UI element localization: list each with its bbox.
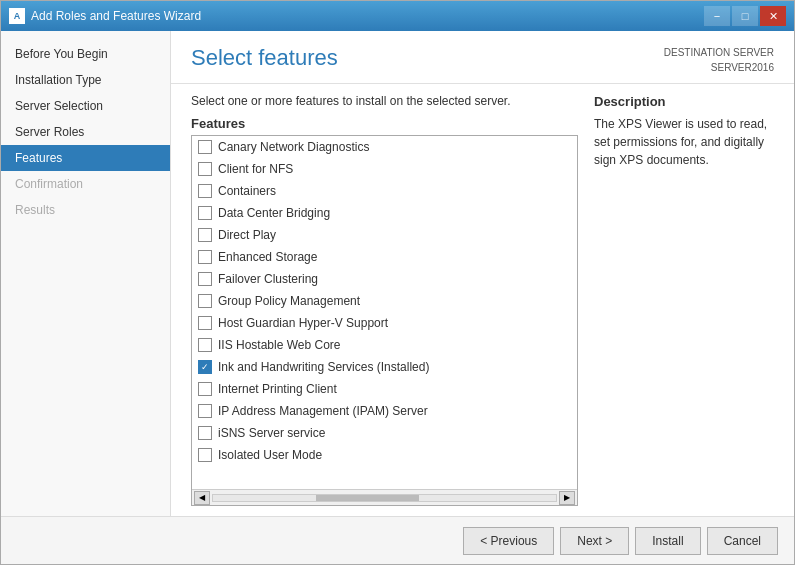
sidebar-item-results: Results xyxy=(1,197,170,223)
feature-item[interactable]: Group Policy Management xyxy=(192,290,577,312)
minimize-button[interactable]: − xyxy=(704,6,730,26)
feature-checkbox[interactable] xyxy=(198,448,212,462)
feature-checkbox[interactable] xyxy=(198,294,212,308)
feature-name: Host Guardian Hyper-V Support xyxy=(218,316,388,330)
feature-item[interactable]: Isolated User Mode xyxy=(192,444,577,466)
feature-checkbox[interactable] xyxy=(198,426,212,440)
feature-name: Ink and Handwriting Services (Installed) xyxy=(218,360,429,374)
features-list-container: Canary Network DiagnosticsClient for NFS… xyxy=(191,135,578,506)
feature-checkbox[interactable] xyxy=(198,228,212,242)
feature-name: IIS Hostable Web Core xyxy=(218,338,341,352)
feature-checkbox[interactable] xyxy=(198,338,212,352)
previous-button[interactable]: < Previous xyxy=(463,527,554,555)
feature-item[interactable]: Containers xyxy=(192,180,577,202)
page-title: Select features xyxy=(191,45,338,71)
feature-checkbox[interactable] xyxy=(198,404,212,418)
feature-name: Data Center Bridging xyxy=(218,206,330,220)
page-body: Select one or more features to install o… xyxy=(171,84,794,516)
install-button[interactable]: Install xyxy=(635,527,700,555)
feature-checkbox[interactable] xyxy=(198,382,212,396)
scroll-left-button[interactable]: ◀ xyxy=(194,491,210,505)
feature-item[interactable]: ✓Ink and Handwriting Services (Installed… xyxy=(192,356,577,378)
app-icon: A xyxy=(9,8,25,24)
main-layout: Before You BeginInstallation TypeServer … xyxy=(1,31,794,516)
maximize-button[interactable]: □ xyxy=(732,6,758,26)
feature-checkbox[interactable] xyxy=(198,140,212,154)
close-button[interactable]: ✕ xyxy=(760,6,786,26)
page-header: Select features DESTINATION SERVER SERVE… xyxy=(171,31,794,84)
sidebar-item-server-roles[interactable]: Server Roles xyxy=(1,119,170,145)
feature-checkbox[interactable] xyxy=(198,184,212,198)
horizontal-scrollbar[interactable]: ◀ ▶ xyxy=(192,489,577,505)
feature-item[interactable]: Failover Clustering xyxy=(192,268,577,290)
sidebar-item-installation-type[interactable]: Installation Type xyxy=(1,67,170,93)
sidebar-item-before-you-begin[interactable]: Before You Begin xyxy=(1,41,170,67)
scroll-thumb[interactable] xyxy=(316,495,419,501)
instruction-text: Select one or more features to install o… xyxy=(191,94,578,108)
feature-item[interactable]: Direct Play xyxy=(192,224,577,246)
destination-server-label: DESTINATION SERVER xyxy=(664,45,774,60)
feature-checkbox[interactable] xyxy=(198,250,212,264)
feature-checkbox[interactable] xyxy=(198,206,212,220)
feature-name: IP Address Management (IPAM) Server xyxy=(218,404,428,418)
feature-name: Failover Clustering xyxy=(218,272,318,286)
feature-name: Containers xyxy=(218,184,276,198)
description-text: The XPS Viewer is used to read, set perm… xyxy=(594,115,774,169)
feature-checkbox[interactable]: ✓ xyxy=(198,360,212,374)
sidebar-item-confirmation: Confirmation xyxy=(1,171,170,197)
feature-item[interactable]: iSNS Server service xyxy=(192,422,577,444)
destination-server-value: SERVER2016 xyxy=(664,60,774,75)
description-label: Description xyxy=(594,94,774,109)
scroll-right-button[interactable]: ▶ xyxy=(559,491,575,505)
feature-name: Client for NFS xyxy=(218,162,293,176)
scroll-track[interactable] xyxy=(212,494,557,502)
feature-item[interactable]: Client for NFS xyxy=(192,158,577,180)
feature-name: Enhanced Storage xyxy=(218,250,317,264)
sidebar: Before You BeginInstallation TypeServer … xyxy=(1,31,171,516)
sidebar-item-features[interactable]: Features xyxy=(1,145,170,171)
window-controls: − □ ✕ xyxy=(704,6,786,26)
feature-name: Internet Printing Client xyxy=(218,382,337,396)
feature-item[interactable]: IIS Hostable Web Core xyxy=(192,334,577,356)
features-list[interactable]: Canary Network DiagnosticsClient for NFS… xyxy=(192,136,577,489)
cancel-button[interactable]: Cancel xyxy=(707,527,778,555)
sidebar-item-server-selection[interactable]: Server Selection xyxy=(1,93,170,119)
feature-item[interactable]: Host Guardian Hyper-V Support xyxy=(192,312,577,334)
feature-item[interactable]: Data Center Bridging xyxy=(192,202,577,224)
features-label: Features xyxy=(191,116,578,131)
next-button[interactable]: Next > xyxy=(560,527,629,555)
title-bar: A Add Roles and Features Wizard − □ ✕ xyxy=(1,1,794,31)
feature-name: iSNS Server service xyxy=(218,426,325,440)
footer: < Previous Next > Install Cancel xyxy=(1,516,794,564)
main-content: Select features DESTINATION SERVER SERVE… xyxy=(171,31,794,516)
title-bar-text: Add Roles and Features Wizard xyxy=(31,9,704,23)
feature-checkbox[interactable] xyxy=(198,272,212,286)
features-section: Select one or more features to install o… xyxy=(191,94,578,506)
feature-checkbox[interactable] xyxy=(198,162,212,176)
feature-item[interactable]: IP Address Management (IPAM) Server xyxy=(192,400,577,422)
feature-name: Direct Play xyxy=(218,228,276,242)
feature-name: Group Policy Management xyxy=(218,294,360,308)
feature-name: Canary Network Diagnostics xyxy=(218,140,369,154)
feature-item[interactable]: Internet Printing Client xyxy=(192,378,577,400)
feature-name: Isolated User Mode xyxy=(218,448,322,462)
main-window: A Add Roles and Features Wizard − □ ✕ Be… xyxy=(0,0,795,565)
feature-checkbox[interactable] xyxy=(198,316,212,330)
description-section: Description The XPS Viewer is used to re… xyxy=(594,94,774,506)
destination-server-info: DESTINATION SERVER SERVER2016 xyxy=(664,45,774,75)
feature-item[interactable]: Canary Network Diagnostics xyxy=(192,136,577,158)
feature-item[interactable]: Enhanced Storage xyxy=(192,246,577,268)
